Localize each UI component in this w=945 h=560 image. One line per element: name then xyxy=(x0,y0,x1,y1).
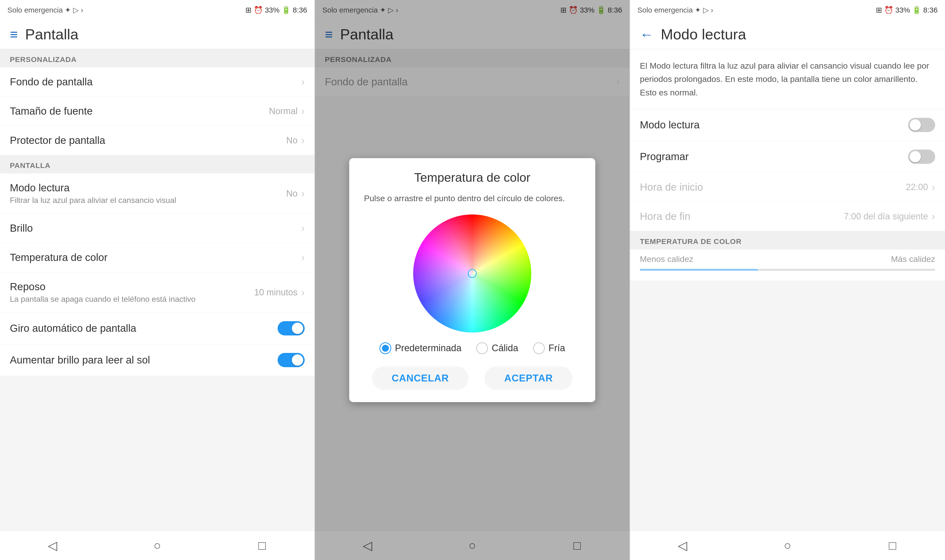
list-item-reposo[interactable]: Reposo La pantalla se apaga cuando el te… xyxy=(0,272,314,312)
back-button-3[interactable]: ◁ xyxy=(670,535,695,555)
chevron-fondo: › xyxy=(301,76,305,88)
chevron-brillo: › xyxy=(301,222,305,234)
section-header-pantalla-1: PANTALLA xyxy=(0,155,314,173)
app-bar-3: ← Modo lectura xyxy=(630,20,945,49)
toggle-modo-lectura[interactable] xyxy=(908,118,935,132)
dialog-title: Temperatura de color xyxy=(364,171,581,185)
section-header-personalizada-1: PERSONALIZADA xyxy=(0,49,314,68)
color-temp-dialog: Temperatura de color Pulse o arrastre el… xyxy=(349,158,595,402)
chevron-hora-fin: › xyxy=(932,211,935,222)
panel-3: Solo emergencia ✦ ▷ › ⊞ ⏰ 33% 🔋 8:36 ← M… xyxy=(630,0,945,560)
toggle-giro[interactable] xyxy=(277,321,305,335)
app-title-3: Modo lectura xyxy=(661,26,746,43)
radio-circle-predeterminada[interactable] xyxy=(379,342,391,354)
radio-fria[interactable]: Fría xyxy=(533,342,565,354)
accept-button[interactable]: ACEPTAR xyxy=(484,366,572,390)
toggle-brillo-sol[interactable] xyxy=(277,353,305,367)
nav-bar-1: ◁ ○ □ xyxy=(0,531,314,560)
radio-group: Predeterminada Cálida Fría xyxy=(364,342,581,354)
radio-circle-calida[interactable] xyxy=(476,342,488,354)
list-item-fondo[interactable]: Fondo de pantalla › xyxy=(0,68,314,97)
status-bar-left-1: Solo emergencia ✦ ▷ › xyxy=(8,6,83,14)
toggle-programar[interactable] xyxy=(908,149,935,164)
list-item-programar[interactable]: Programar xyxy=(630,141,945,173)
app-bar-1: ≡ Pantalla xyxy=(0,20,314,49)
home-button-3[interactable]: ○ xyxy=(775,535,800,555)
slider-container: Menos calidez Más calidez xyxy=(630,249,945,281)
radio-label-calida: Cálida xyxy=(492,343,518,354)
radio-label-predeterminada: Predeterminada xyxy=(395,343,461,354)
list-item-temp-color[interactable]: Temperatura de color › xyxy=(0,243,314,272)
chevron-hora-inicio: › xyxy=(932,181,935,193)
slider-min-label: Menos calidez xyxy=(640,254,693,264)
dialog-overlay: Temperatura de color Pulse o arrastre el… xyxy=(315,0,629,560)
recent-button-1[interactable]: □ xyxy=(250,535,274,555)
list-item-modo-lectura-3[interactable]: Modo lectura xyxy=(630,109,945,141)
color-wheel-gradient[interactable] xyxy=(413,214,531,332)
back-icon-3[interactable]: ← xyxy=(640,26,654,42)
status-bar-left-3: Solo emergencia ✦ ▷ › xyxy=(637,6,713,14)
list-item-modo-lectura[interactable]: Modo lectura Filtrar la luz azul para al… xyxy=(0,173,314,214)
home-button-1[interactable]: ○ xyxy=(145,535,170,555)
status-bar-right-3: ⊞ ⏰ 33% 🔋 8:36 xyxy=(876,6,937,14)
list-item-hora-fin: Hora de fin 7:00 del día siguiente › xyxy=(630,202,945,231)
slider-max-label: Más calidez xyxy=(891,254,935,264)
radio-calida[interactable]: Cálida xyxy=(476,342,518,354)
list-item-fuente[interactable]: Tamaño de fuente Normal › xyxy=(0,97,314,126)
cancel-button[interactable]: CANCELAR xyxy=(372,366,469,390)
chevron-modo-lectura: › xyxy=(301,188,305,200)
dialog-description: Pulse o arrastre el punto dentro del cír… xyxy=(364,192,581,205)
list-item-brillo-sol[interactable]: Aumentar brillo para leer al sol xyxy=(0,344,314,376)
color-wheel[interactable] xyxy=(413,214,531,332)
radio-label-fria: Fría xyxy=(549,343,565,354)
panel-2: Solo emergencia ✦ ▷ › ⊞ ⏰ 33% 🔋 8:36 ≡ P… xyxy=(315,0,630,560)
status-bar-3: Solo emergencia ✦ ▷ › ⊞ ⏰ 33% 🔋 8:36 xyxy=(630,0,945,20)
panel-1: Solo emergencia ✦ ▷ › ⊞ ⏰ 33% 🔋 8:36 ≡ P… xyxy=(0,0,315,560)
status-bar-right-1: ⊞ ⏰ 33% 🔋 8:36 xyxy=(245,6,307,14)
list-item-hora-inicio: Hora de inicio 22:00 › xyxy=(630,173,945,202)
slider-fill xyxy=(640,269,758,271)
radio-circle-fria[interactable] xyxy=(533,342,545,354)
chevron-fuente: › xyxy=(301,105,305,117)
section-header-temp-color: TEMPERATURA DE COLOR xyxy=(630,231,945,249)
back-button-1[interactable]: ◁ xyxy=(40,535,65,555)
list-item-protector[interactable]: Protector de pantalla No › xyxy=(0,126,314,155)
list-item-giro[interactable]: Giro automático de pantalla xyxy=(0,312,314,344)
menu-icon-1[interactable]: ≡ xyxy=(10,26,18,42)
color-wheel-dot[interactable] xyxy=(468,269,477,278)
nav-bar-3: ◁ ○ □ xyxy=(630,531,945,560)
color-wheel-container[interactable] xyxy=(364,214,581,332)
chevron-protector: › xyxy=(301,134,305,146)
slider-track[interactable] xyxy=(640,269,935,271)
radio-predeterminada[interactable]: Predeterminada xyxy=(379,342,461,354)
info-box: El Modo lectura filtra la luz azul para … xyxy=(630,49,945,109)
status-bar-1: Solo emergencia ✦ ▷ › ⊞ ⏰ 33% 🔋 8:36 xyxy=(0,0,314,20)
chevron-temp-color: › xyxy=(301,252,305,263)
app-title-1: Pantalla xyxy=(25,26,79,43)
dialog-buttons: CANCELAR ACEPTAR xyxy=(364,366,581,390)
list-item-brillo[interactable]: Brillo › xyxy=(0,214,314,243)
recent-button-3[interactable]: □ xyxy=(880,535,905,555)
chevron-reposo: › xyxy=(301,286,305,298)
slider-labels: Menos calidez Más calidez xyxy=(640,254,935,264)
